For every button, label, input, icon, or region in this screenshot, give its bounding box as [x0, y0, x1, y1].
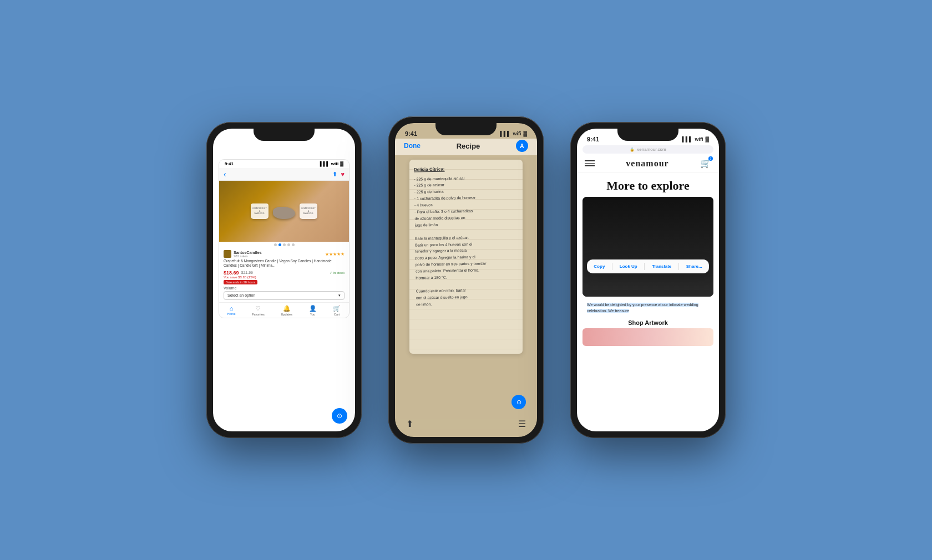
toolbar-icons-1: ↩ ↪ ✏ 🗑 ⬆: [288, 146, 346, 155]
recipe-line-15: Hornear a 180 °C.: [416, 273, 518, 281]
notch-3: [617, 129, 678, 141]
nav-home[interactable]: ⌂ Home: [227, 305, 236, 316]
list-button-2[interactable]: ☰: [518, 419, 526, 429]
seller-thumb: [224, 250, 231, 258]
image-dots: [219, 242, 349, 248]
cart-button[interactable]: 🛒 1: [700, 158, 711, 169]
card-battery: ▓: [340, 161, 343, 166]
highlighted-text: We would be delighted by your presence a…: [587, 303, 698, 313]
card-status-bar: 9:41 ▌▌▌ wifi ▓: [219, 160, 349, 168]
done-button-1[interactable]: Done: [222, 146, 240, 155]
battery-icon-2: ▓: [523, 131, 527, 136]
nav-cart[interactable]: 🛒 Cart: [333, 305, 341, 316]
signal-icon-1: ▌▌▌: [318, 136, 328, 142]
bottom-banner: [582, 328, 713, 346]
status-icons-3: ▌▌▌ wifi ▓: [682, 136, 709, 142]
scan-button-2[interactable]: ⊙: [511, 395, 526, 409]
product-image: GRAPEFRUIT&MANGOS. GRAPEFRUIT&MANGOS.: [219, 181, 349, 242]
card-nav: ‹ ⬆ ♥: [219, 168, 349, 181]
lock-icon: 🔒: [630, 147, 635, 152]
context-divider-3: [678, 263, 679, 270]
card-status-icons: ▌▌▌ wifi ▓: [320, 161, 343, 166]
circle-btn-label: A: [520, 143, 524, 149]
nav-updates[interactable]: 🔔 Updates: [281, 305, 292, 316]
chevron-down-icon: ▾: [338, 293, 341, 298]
selected-text-area: We would be delighted by your presence a…: [582, 300, 713, 316]
context-translate[interactable]: Translate: [650, 263, 673, 270]
context-look-up[interactable]: Look Up: [617, 263, 640, 270]
hamburger-menu[interactable]: [585, 160, 595, 166]
recipe-line-8: jugo de limón: [415, 220, 517, 228]
phone-3-screen: 9:41 ▌▌▌ wifi ▓ 🔒 venamour.com v: [577, 129, 719, 431]
screenshot-card: 9:41 ▌▌▌ wifi ▓ ‹ ⬆ ♥: [219, 159, 350, 318]
dot-4: [287, 243, 290, 246]
shop-artwork-label: Shop Artwork: [577, 316, 719, 328]
share-nav-icon[interactable]: ⬆: [332, 171, 337, 178]
dot-2: [278, 243, 281, 246]
save-text: You save $3.30 (15%): [224, 276, 345, 279]
card-time: 9:41: [225, 161, 234, 166]
recipe-title-header: Recipe: [457, 142, 480, 150]
dot-1: [274, 243, 277, 246]
heart-icon[interactable]: ♥: [341, 171, 345, 178]
card-nav-icons: ⬆ ♥: [332, 171, 345, 178]
nav-home-label: Home: [227, 312, 236, 315]
product-card-image: 🌿 DELFINAANDMATTEO 09.21.2021 Copy Look …: [582, 197, 713, 297]
nav-favorites-label: Favorites: [252, 313, 265, 316]
hero-section: More to explore: [577, 172, 719, 197]
notch-1: [254, 129, 315, 141]
scan-button-1[interactable]: ⊙: [332, 408, 347, 424]
phone2-header: Done Recipe A: [395, 139, 537, 155]
seller-sales: 382 sales: [234, 254, 262, 258]
phone1-toolbar: Done ↩ ↪ ✏ 🗑 ⬆: [213, 144, 355, 157]
markup-icon[interactable]: ✏: [313, 146, 320, 155]
wifi-icon-3: wifi: [695, 136, 703, 142]
sale-badge: Sale ends in 28 hours: [224, 280, 257, 284]
url-bar[interactable]: 🔒 venamour.com: [582, 145, 713, 154]
wifi-icon-1: wifi: [331, 136, 339, 142]
context-share[interactable]: Share...: [684, 263, 705, 270]
select-option-dropdown[interactable]: Select an option ▾: [224, 291, 345, 300]
share-button-2[interactable]: ⬆: [406, 419, 413, 429]
status-icons-1: ▌▌▌ wifi ▓: [318, 136, 345, 142]
site-logo: venamour: [626, 159, 668, 169]
undo-icon[interactable]: ↩: [288, 146, 294, 155]
status-time-2: 9:41: [405, 130, 417, 137]
cart-nav-icon: 🛒: [333, 305, 341, 312]
candle-jar-1: GRAPEFRUIT&MANGOS.: [251, 203, 269, 219]
back-button[interactable]: ‹: [224, 170, 226, 179]
redo-icon[interactable]: ↪: [301, 146, 307, 155]
dot-3: [283, 243, 286, 246]
notebook-container: Delicia Cítrica: - 225 g de mantequilla …: [401, 160, 531, 354]
product-info: SantosCandles 382 sales ★★★★★ Grapefruit…: [219, 248, 349, 302]
favorites-icon: ♡: [255, 305, 261, 312]
share-icon-1[interactable]: ⬆: [340, 146, 346, 155]
delete-icon[interactable]: 🗑: [326, 146, 333, 155]
battery-icon-3: ▓: [705, 136, 709, 142]
recipe-text: Delicia Cítrica: - 225 g de mantequilla …: [414, 164, 518, 308]
candle-visual: GRAPEFRUIT&MANGOS. GRAPEFRUIT&MANGOS.: [251, 203, 317, 219]
hamburger-line-3: [585, 165, 595, 166]
status-icons-2: ▌▌▌ wifi ▓: [500, 131, 527, 136]
context-divider-1: [612, 263, 612, 270]
price-row: $18.69 $21.99 ✓ In stock: [224, 270, 345, 276]
you-icon: 👤: [309, 305, 317, 312]
circle-button-2[interactable]: A: [516, 140, 528, 152]
done-button-2[interactable]: Done: [404, 142, 421, 150]
product-title: Grapefruit & Mangosteen Candle | Vegan S…: [224, 259, 345, 268]
context-copy[interactable]: Copy: [591, 263, 607, 270]
candle-jar-2: GRAPEFRUIT&MANGOS.: [300, 203, 317, 219]
context-menu: Copy Look Up Translate Share...: [587, 259, 709, 273]
dot-5: [292, 243, 295, 246]
phone-1-screen: 9:41 ▌▌▌ wifi ▓ Done ↩ ↪ ✏ 🗑 ⬆: [213, 129, 355, 431]
bottom-nav: ⌂ Home ♡ Favorites 🔔 Updates 👤 You: [219, 302, 349, 318]
updates-icon: 🔔: [283, 305, 291, 312]
nav-you-label: You: [310, 313, 315, 316]
home-icon: ⌂: [230, 305, 234, 312]
hamburger-line-1: [585, 160, 595, 161]
nav-updates-label: Updates: [281, 313, 292, 316]
signal-icon-3: ▌▌▌: [682, 136, 692, 142]
nav-favorites[interactable]: ♡ Favorites: [252, 305, 265, 316]
nav-you[interactable]: 👤 You: [309, 305, 317, 316]
context-divider-2: [644, 263, 645, 270]
